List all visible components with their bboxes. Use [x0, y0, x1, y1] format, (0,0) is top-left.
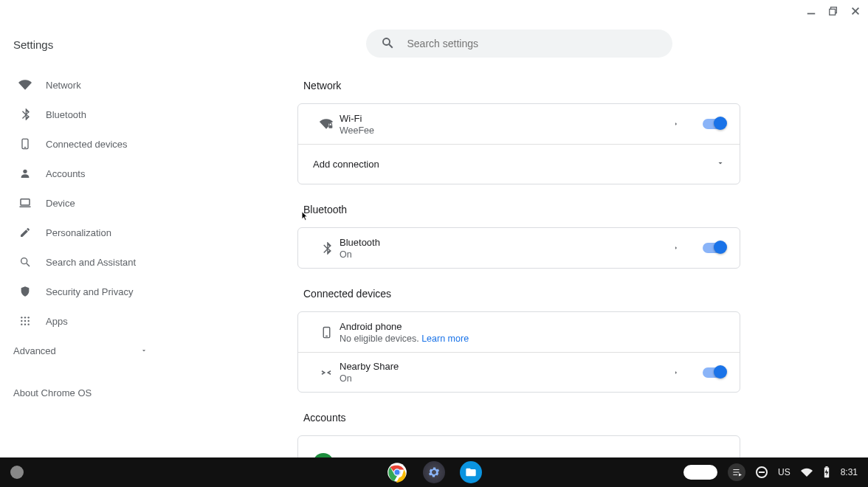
sidebar-item-search-assistant[interactable]: Search and Assistant — [13, 247, 170, 277]
section-title-network: Network — [303, 80, 740, 91]
wifi-tray-icon[interactable] — [801, 466, 813, 478]
row-add-connection[interactable]: Add connection — [298, 144, 740, 184]
shelf: US 8:31 — [0, 457, 868, 487]
card-accounts: c Currently signed in as cros — [297, 435, 740, 457]
learn-more-link[interactable]: Learn more — [421, 334, 469, 344]
files-app-icon[interactable] — [460, 461, 482, 483]
row-title: Nearby Share — [340, 361, 673, 372]
row-sub: On — [340, 249, 673, 260]
sidebar-item-label: Connected devices — [46, 139, 128, 150]
dnd-icon[interactable] — [756, 466, 768, 478]
bluetooth-toggle[interactable] — [703, 243, 725, 253]
svg-point-21 — [383, 38, 390, 45]
sidebar-item-label: Personalization — [46, 227, 111, 238]
wifi-icon — [18, 78, 32, 91]
svg-point-17 — [28, 320, 30, 322]
app-title: Settings — [13, 38, 170, 51]
row-title: Add connection — [313, 159, 379, 170]
clock[interactable]: 8:31 — [841, 467, 858, 477]
svg-point-20 — [28, 324, 30, 325]
svg-point-19 — [24, 324, 26, 325]
shelf-apps — [386, 461, 482, 483]
row-sub: WeeFee — [340, 125, 673, 136]
phone-icon — [313, 326, 340, 339]
search-input[interactable] — [407, 38, 672, 49]
wifi-toggle[interactable] — [703, 119, 725, 129]
bluetooth-icon — [18, 108, 32, 120]
row-android-phone[interactable]: Android phone No eligible devices. Learn… — [298, 312, 740, 352]
section-title-connected: Connected devices — [303, 288, 740, 300]
ime-indicator[interactable]: US — [778, 467, 790, 477]
svg-point-13 — [24, 317, 26, 318]
system-tray[interactable]: US 8:31 — [683, 463, 868, 481]
nearby-share-toggle[interactable] — [703, 367, 725, 378]
sidebar-item-label: Accounts — [46, 168, 85, 179]
sidebar-item-bluetooth[interactable]: Bluetooth — [13, 100, 170, 129]
svg-line-22 — [389, 44, 393, 48]
row-sub: On — [340, 373, 673, 384]
chevron-right-icon — [673, 120, 679, 128]
pencil-icon — [18, 227, 32, 238]
svg-rect-8 — [21, 199, 30, 205]
row-title: Android phone — [340, 321, 725, 332]
sidebar-item-accounts[interactable]: Accounts — [13, 159, 170, 188]
search-icon — [18, 256, 32, 268]
sidebar-item-label: Device — [46, 198, 75, 209]
search-bar[interactable] — [366, 30, 672, 58]
person-icon — [18, 167, 32, 179]
row-wifi[interactable]: Wi-Fi WeeFee — [298, 104, 740, 144]
launcher-button[interactable] — [10, 466, 24, 479]
sidebar-item-personalization[interactable]: Personalization — [13, 218, 170, 247]
chevron-down-icon — [716, 159, 725, 170]
now-playing-icon[interactable] — [728, 463, 745, 481]
sidebar-item-advanced[interactable]: Advanced — [13, 336, 170, 365]
svg-point-10 — [21, 258, 27, 264]
laptop-icon — [18, 196, 32, 210]
sidebar-item-network[interactable]: Network — [13, 70, 170, 100]
sidebar-item-apps[interactable]: Apps — [13, 306, 170, 336]
row-nearby-share[interactable]: Nearby Share On — [298, 352, 740, 392]
svg-point-7 — [23, 170, 27, 173]
sidebar-item-device[interactable]: Device — [13, 188, 170, 218]
chevron-right-icon — [673, 244, 679, 252]
row-signed-in[interactable]: c Currently signed in as cros — [298, 436, 740, 457]
sidebar: Settings Network Bluetooth Connected dev… — [0, 30, 170, 398]
chevron-right-icon — [673, 369, 679, 376]
row-title: Bluetooth — [340, 237, 673, 248]
section-title-bluetooth: Bluetooth — [303, 204, 740, 215]
row-title: Wi-Fi — [340, 113, 673, 124]
wifi-lock-icon — [313, 117, 340, 131]
section-title-accounts: Accounts — [303, 412, 740, 424]
svg-point-16 — [24, 320, 26, 322]
chevron-down-icon — [140, 345, 148, 356]
svg-rect-23 — [328, 125, 332, 128]
phone-icon — [18, 138, 32, 150]
apps-grid-icon — [18, 316, 32, 326]
battery-tray-icon[interactable] — [823, 466, 830, 478]
card-bluetooth: Bluetooth On — [297, 227, 740, 269]
search-icon — [381, 36, 394, 52]
card-connected: Android phone No eligible devices. Learn… — [297, 311, 740, 393]
bluetooth-icon — [313, 242, 340, 255]
card-network: Wi-Fi WeeFee Add connection — [297, 103, 740, 184]
sidebar-item-about[interactable]: About Chrome OS — [13, 387, 170, 398]
tray-pill[interactable] — [683, 465, 717, 480]
svg-point-15 — [21, 320, 22, 322]
svg-rect-31 — [825, 466, 827, 468]
row-sub: No eligible devices. Learn more — [340, 334, 725, 344]
shield-icon — [18, 286, 32, 297]
sidebar-item-label: Bluetooth — [46, 109, 86, 120]
sidebar-item-label: Security and Privacy — [46, 286, 134, 297]
svg-point-14 — [28, 317, 30, 318]
chrome-app-icon[interactable] — [386, 461, 408, 483]
row-sub-text: No eligible devices. — [340, 334, 421, 344]
sidebar-item-connected-devices[interactable]: Connected devices — [13, 129, 170, 159]
nearby-share-icon — [313, 366, 340, 379]
sidebar-item-label: Search and Assistant — [46, 257, 136, 268]
settings-app-icon[interactable] — [423, 461, 445, 483]
sidebar-item-security-privacy[interactable]: Security and Privacy — [13, 277, 170, 306]
svg-point-18 — [21, 324, 22, 325]
row-bluetooth[interactable]: Bluetooth On — [298, 228, 740, 268]
svg-line-11 — [27, 263, 30, 266]
sidebar-item-label: Network — [46, 80, 81, 91]
